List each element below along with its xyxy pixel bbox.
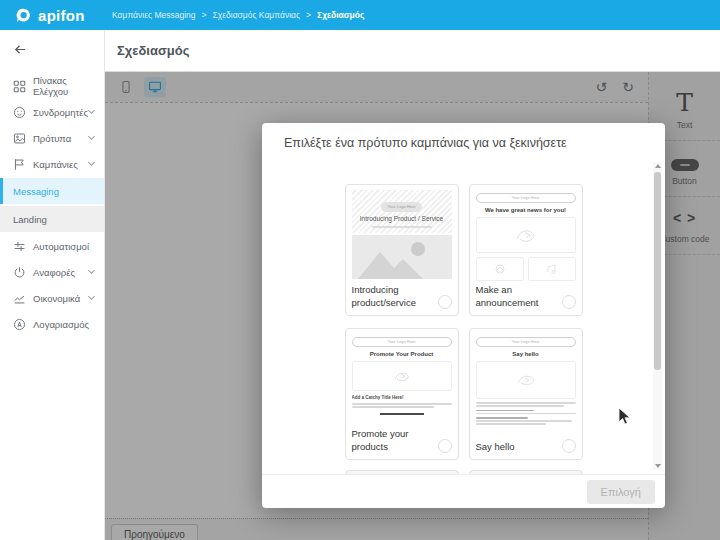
brand[interactable]: apifon: [0, 7, 100, 24]
app-window: apifon Καμπάνιες Messaging > Σχεδιασμός …: [0, 0, 720, 540]
chevron-down-icon: [88, 107, 95, 114]
sidebar-item-finance[interactable]: Οικονομικά: [0, 286, 104, 310]
template-card-announcement[interactable]: Your Logo Here We have great news for yo…: [469, 184, 583, 316]
modal-title: Επιλέξτε ένα πρότυπο καμπάνιας για να ξε…: [262, 123, 665, 158]
modal-footer: Επιλογή: [262, 474, 665, 508]
modal-scrollbar[interactable]: [653, 162, 662, 470]
template-preview: Your Logo Here Say hello: [476, 334, 576, 436]
account-icon: [13, 318, 26, 331]
breadcrumb-separator: >: [202, 10, 207, 20]
image-placeholder: [476, 361, 576, 399]
campaigns-icon: [13, 158, 26, 171]
scroll-down-icon[interactable]: [655, 464, 661, 468]
top-header: apifon Καμπάνιες Messaging > Σχεδιασμός …: [0, 0, 720, 30]
partial-template-card[interactable]: [469, 470, 583, 474]
select-template-button[interactable]: Επιλογή: [587, 480, 655, 504]
template-name: Make an announcement: [476, 284, 548, 309]
sidebar-item-reports[interactable]: Αναφορές: [0, 260, 104, 284]
image-placeholder-row: [476, 257, 576, 281]
preview-heading: Say hello: [476, 351, 576, 357]
page-title-row: Σχεδιασμός: [105, 30, 720, 72]
image-placeholder-icon: [352, 235, 452, 279]
card-footer: Say hello: [476, 439, 576, 453]
breadcrumb-current-design: Σχεδιασμός: [317, 10, 364, 20]
scrollbar-thumb[interactable]: [654, 172, 661, 370]
sidebar-item-label: Πρότυπα: [33, 133, 71, 144]
sidebar-item-label: Συνδρομητές: [33, 107, 88, 118]
mouse-cursor: [618, 407, 631, 426]
modal-body: Your Logo Here Introducing Product / Ser…: [262, 158, 665, 474]
sidebar-item-subscribers[interactable]: Συνδρομητές: [0, 100, 104, 124]
image-placeholder: [352, 361, 452, 391]
chevron-down-icon: [88, 267, 95, 274]
breadcrumb-campaign-design[interactable]: Σχεδιασμός Καμπάνιας: [213, 10, 301, 20]
back-arrow-icon: [13, 42, 28, 57]
template-name: Introducing product/service: [352, 284, 424, 309]
card-footer: Make an announcement: [476, 284, 576, 309]
sidebar-item-templates[interactable]: Πρότυπα: [0, 126, 104, 150]
sidebar-item-label: Οικονομικά: [33, 293, 80, 304]
sidebar-item-dashboard[interactable]: Πίνακας Ελέγχου: [0, 74, 104, 98]
sketch-icon: [511, 224, 541, 246]
sidebar-item-landing[interactable]: Landing: [0, 206, 104, 232]
template-card-say-hello[interactable]: Your Logo Here Say hello: [469, 328, 583, 460]
preview-header: Your Logo Here Introducing Product / Ser…: [352, 190, 452, 233]
image-placeholder: [476, 217, 576, 253]
button-placeholder: [380, 413, 424, 415]
preview-heading: Introducing Product / Service: [355, 215, 449, 223]
template-card-introducing[interactable]: Your Logo Here Introducing Product / Ser…: [345, 184, 459, 316]
template-preview: Your Logo Here Introducing Product / Ser…: [352, 190, 452, 281]
template-name: Say hello: [476, 441, 515, 453]
left-sidebar: Πίνακας Ελέγχου Συνδρομητές Πρότυπα: [0, 30, 105, 540]
sidebar-item-label: Πίνακας Ελέγχου: [33, 75, 104, 97]
sidebar-item-automations[interactable]: Αυτοματισμοί: [0, 234, 104, 258]
breadcrumb-separator: >: [306, 10, 311, 20]
chevron-down-icon: [88, 159, 95, 166]
card-footer: Introducing product/service: [352, 284, 452, 309]
template-card-promote[interactable]: Your Logo Here Promote Your Product Add …: [345, 328, 459, 460]
template-radio[interactable]: [438, 295, 452, 309]
logo-pill: Your Logo Here: [352, 337, 452, 347]
template-preview: Your Logo Here Promote Your Product Add …: [352, 334, 452, 425]
preview-heading: We have great news for you!: [476, 207, 576, 213]
partial-template-card[interactable]: [345, 470, 459, 474]
sidebar-item-label: Messaging: [13, 186, 59, 197]
placeholder-text-lines: [352, 402, 452, 408]
partial-template-row: [345, 470, 583, 474]
placeholder-text-line: [372, 226, 432, 228]
logo-pill: Your Logo Here: [381, 202, 423, 212]
preview-heading: Promote Your Product: [352, 351, 452, 357]
templates-icon: [13, 132, 26, 145]
placeholder-text-lines: [476, 401, 576, 425]
sidebar-item-label: Λογαριασμός: [33, 319, 89, 330]
brand-name: apifon: [38, 7, 85, 24]
template-preview: Your Logo Here We have great news for yo…: [476, 190, 576, 281]
breadcrumb-campaigns-messaging[interactable]: Καμπάνιες Messaging: [112, 10, 196, 20]
sidebar-item-label: Landing: [13, 214, 47, 225]
template-radio[interactable]: [562, 295, 576, 309]
collapse-sidebar-button[interactable]: [13, 42, 29, 58]
logo-pill: Your Logo Here: [476, 193, 576, 203]
scroll-up-icon[interactable]: [655, 164, 661, 168]
breadcrumb: Καμπάνιες Messaging > Σχεδιασμός Καμπάνι…: [112, 10, 364, 20]
finance-icon: [13, 292, 26, 305]
logo-pill: Your Logo Here: [476, 337, 576, 347]
template-picker-modal: Επιλέξτε ένα πρότυπο καμπάνιας για να ξε…: [262, 123, 665, 508]
sidebar-item-account[interactable]: Λογαριασμός: [0, 312, 104, 336]
image-placeholder: [528, 257, 576, 281]
page-title: Σχεδιασμός: [117, 43, 190, 58]
template-radio[interactable]: [438, 439, 452, 453]
dashboard-icon: [13, 80, 26, 93]
sidebar-item-campaigns[interactable]: Καμπάνιες: [0, 152, 104, 176]
sidebar-nav: Πίνακας Ελέγχου Συνδρομητές Πρότυπα: [0, 74, 104, 336]
template-name: Promote your products: [352, 428, 424, 453]
image-placeholder: [476, 257, 524, 281]
preview-subheading: Add a Catchy Title Here!: [352, 395, 452, 400]
card-footer: Promote your products: [352, 428, 452, 453]
subscribers-icon: [13, 106, 26, 119]
sidebar-item-label: Αυτοματισμοί: [33, 241, 89, 252]
sidebar-item-messaging[interactable]: Messaging: [0, 178, 104, 204]
template-card-grid: Your Logo Here Introducing Product / Ser…: [345, 184, 583, 460]
reports-icon: [13, 266, 26, 279]
template-radio[interactable]: [562, 439, 576, 453]
